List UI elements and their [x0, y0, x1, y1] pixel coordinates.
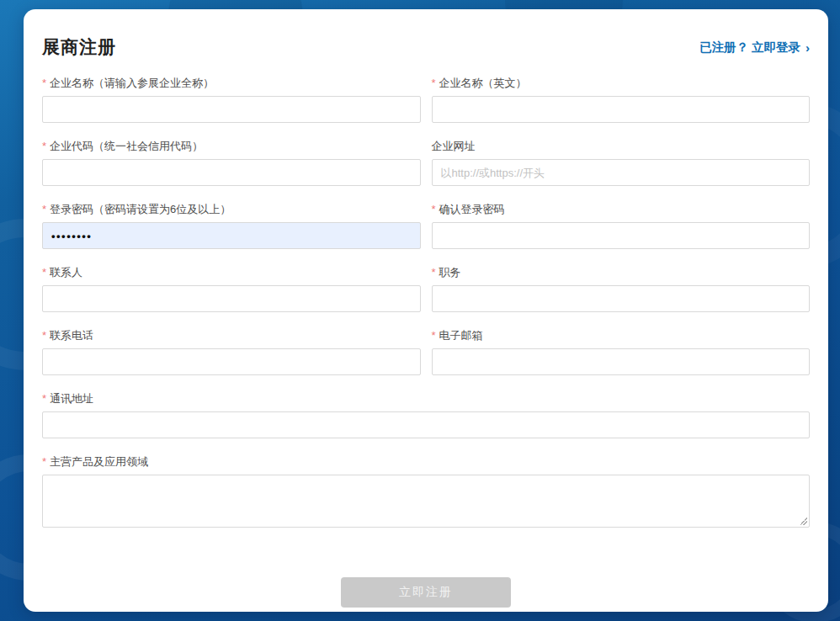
field-label: *联系人	[42, 266, 421, 279]
login-link-label: 已注册？ 立即登录	[699, 40, 800, 56]
website-input[interactable]	[432, 159, 811, 186]
company-name-en-input[interactable]	[432, 96, 811, 123]
field-password: *登录密码（密码请设置为6位及以上）	[42, 203, 421, 249]
field-label: *企业名称（请输入参展企业全称）	[42, 77, 421, 90]
field-label: *确认登录密码	[432, 203, 811, 216]
chevron-right-icon: ›	[805, 40, 810, 55]
company-name-cn-input[interactable]	[42, 96, 421, 123]
phone-input[interactable]	[42, 348, 421, 375]
field-label: *电子邮箱	[432, 329, 811, 342]
field-label: *通讯地址	[42, 392, 810, 406]
field-confirm-password: *确认登录密码	[432, 203, 811, 249]
field-company-name-cn: *企业名称（请输入参展企业全称）	[42, 77, 421, 123]
field-address: *通讯地址	[42, 392, 810, 438]
required-asterisk: *	[42, 392, 46, 405]
field-email: *电子邮箱	[432, 329, 811, 375]
address-input[interactable]	[42, 411, 810, 438]
required-asterisk: *	[432, 203, 436, 215]
register-button[interactable]: 立即注册	[341, 577, 511, 608]
field-job-title: *职务	[432, 266, 811, 312]
job-title-input[interactable]	[432, 285, 811, 312]
field-label: *企业名称（英文）	[432, 77, 811, 90]
required-asterisk: *	[42, 203, 46, 215]
email-input[interactable]	[432, 348, 811, 375]
field-contact-person: *联系人	[42, 266, 421, 312]
field-label: *企业代码（统一社会信用代码）	[42, 140, 421, 153]
required-asterisk: *	[42, 266, 46, 279]
page-title: 展商注册	[42, 35, 116, 59]
required-asterisk: *	[432, 266, 436, 279]
field-company-code: *企业代码（统一社会信用代码）	[42, 140, 421, 186]
field-label: *职务	[432, 266, 811, 279]
required-asterisk: *	[42, 140, 46, 152]
registration-card: 展商注册 已注册？ 立即登录 › *企业名称（请输入参展企业全称） *企业名称（…	[24, 9, 828, 612]
company-code-input[interactable]	[42, 159, 421, 186]
field-main-products: *主营产品及应用领域	[42, 455, 810, 528]
field-company-name-en: *企业名称（英文）	[432, 77, 811, 123]
field-phone: *联系电话	[42, 329, 421, 375]
field-label: 企业网址	[432, 140, 811, 153]
required-asterisk: *	[432, 329, 436, 342]
required-asterisk: *	[432, 77, 436, 89]
field-label: *联系电话	[42, 329, 421, 342]
main-products-textarea[interactable]	[42, 475, 810, 528]
field-website: 企业网址	[432, 140, 811, 186]
required-asterisk: *	[42, 77, 46, 89]
card-header: 展商注册 已注册？ 立即登录 ›	[42, 9, 810, 59]
required-asterisk: *	[42, 329, 46, 342]
field-label: *主营产品及应用领域	[42, 455, 810, 469]
required-asterisk: *	[42, 455, 46, 468]
field-label: *登录密码（密码请设置为6位及以上）	[42, 203, 421, 216]
password-input[interactable]	[42, 222, 421, 249]
confirm-password-input[interactable]	[432, 222, 811, 249]
submit-row: 立即注册	[42, 577, 810, 608]
contact-person-input[interactable]	[42, 285, 421, 312]
login-link[interactable]: 已注册？ 立即登录 ›	[699, 40, 810, 56]
